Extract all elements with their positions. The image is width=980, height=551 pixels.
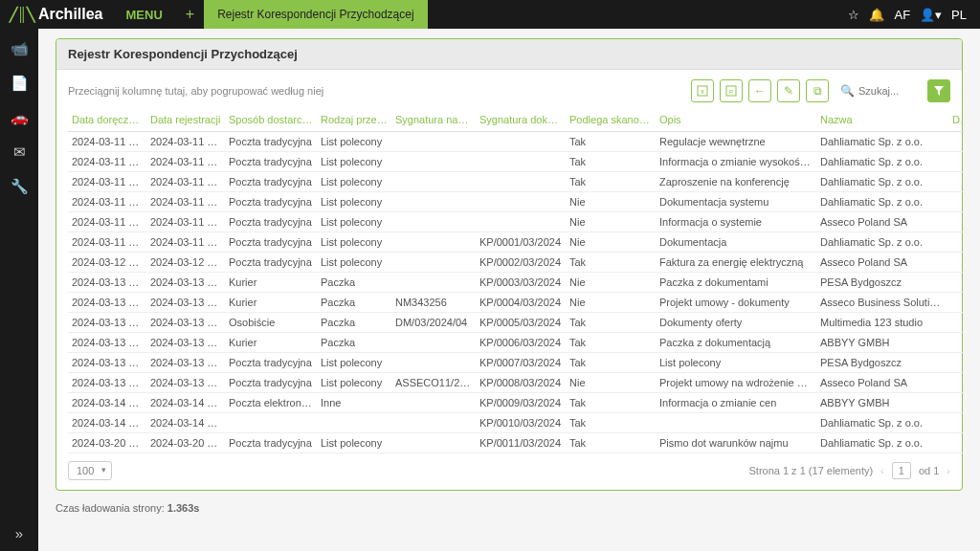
table-row[interactable]: 2024-03-11 20:442024-03-11 20:44Poczta t… (68, 172, 964, 192)
wrench-icon[interactable]: 🔧 (11, 178, 29, 195)
column-header[interactable]: Sygnatura nadawcy (391, 108, 476, 132)
table-cell: Tak (566, 413, 656, 433)
export-xls-button[interactable]: x (691, 79, 714, 102)
table-cell (476, 212, 566, 232)
copy-button[interactable]: ⧉ (806, 79, 829, 102)
table-cell: Informacja o zmianie cen (656, 393, 816, 413)
table-cell: Tak (566, 313, 656, 333)
pager-current: 1 (892, 462, 911, 479)
document-icon[interactable]: 📄 (11, 75, 29, 92)
table-cell: List polecony (317, 132, 391, 152)
menu-button[interactable]: MENU (113, 8, 176, 22)
table-cell: KP/0004/03/2024 (476, 293, 566, 313)
expand-icon[interactable]: » (15, 525, 23, 551)
mail-icon[interactable]: ✉ (13, 143, 26, 161)
table-cell (391, 333, 476, 353)
table-row[interactable]: 2024-03-11 21:322024-03-11 21:32Poczta t… (68, 212, 964, 232)
table-cell (948, 333, 964, 353)
back-button[interactable]: ← (748, 79, 771, 102)
table-cell: Poczta elektroniczna (225, 393, 317, 413)
table-cell: 2024-03-11 12:52 (146, 132, 225, 152)
table-row[interactable]: 2024-03-12 22:232024-03-12 22:23Poczta t… (68, 253, 964, 273)
car-icon[interactable]: 🚗 (11, 109, 29, 126)
user-label[interactable]: AF (894, 8, 910, 22)
column-header[interactable]: Rodzaj przesyłki (317, 108, 391, 132)
table-row[interactable]: 2024-03-14 10:422024-03-14 10:42KP/0010/… (68, 413, 964, 433)
table-cell: Asseco Poland SA (816, 212, 948, 232)
column-header[interactable]: Data rejestracji (146, 108, 225, 132)
table-row[interactable]: 2024-03-11 20:422024-03-11 20:42Poczta t… (68, 152, 964, 172)
table-row[interactable]: 2024-03-11 21:252024-03-11 21:25Poczta t… (68, 192, 964, 212)
table-cell: Tak (566, 393, 656, 413)
add-button[interactable]: + (176, 6, 204, 23)
table-cell: 2024-03-14 10:42 (68, 413, 146, 433)
page-size-select[interactable]: 100 (68, 461, 112, 480)
table-cell: Inne (317, 393, 391, 413)
table-cell: Informacja o systemie (656, 212, 816, 232)
table-cell (948, 433, 964, 453)
table-cell (948, 373, 964, 393)
search-input[interactable] (858, 85, 916, 97)
table-cell: Projekt umowy - dokumenty (656, 293, 816, 313)
table-cell (948, 353, 964, 373)
table-cell (391, 132, 476, 152)
table-row[interactable]: 2024-03-20 11:442024-03-20 11:44Poczta t… (68, 433, 964, 453)
user-icon[interactable]: 👤▾ (920, 8, 942, 22)
table-cell: KP/0003/03/2024 (476, 273, 566, 293)
column-header[interactable]: Nazwa (816, 108, 948, 132)
table-cell: Dahliamatic Sp. z o.o. (816, 232, 948, 253)
table-row[interactable]: 2024-03-11 21:432024-03-11 21:43Poczta t… (68, 232, 964, 253)
column-header[interactable]: Data doręczenia (68, 108, 146, 132)
table-row[interactable]: 2024-03-13 09:572024-03-13 09:57Osobiści… (68, 313, 964, 333)
table-cell: 2024-03-13 09:57 (68, 313, 146, 333)
table-row[interactable]: 2024-03-13 08:182024-03-13 08:18KurierPa… (68, 273, 964, 293)
table-row[interactable]: 2024-03-13 08:202024-03-13 08:20KurierPa… (68, 293, 964, 313)
table-cell: Poczta tradycyjna (225, 132, 317, 152)
table-cell: 2024-03-13 08:20 (68, 293, 146, 313)
table-cell: Dahliamatic Sp. z o.o. (816, 433, 948, 453)
column-header[interactable]: Podlega skanowaniu (566, 108, 656, 132)
logo-icon: ╱║╲ (10, 7, 34, 22)
table-cell (948, 393, 964, 413)
table-row[interactable]: 2024-03-13 10:002024-03-13 10:00KurierPa… (68, 333, 964, 353)
table-cell (391, 413, 476, 433)
table-row[interactable]: 2024-03-13 10:172024-03-13 10:17Poczta t… (68, 353, 964, 373)
table-cell: Poczta tradycyjna (225, 433, 317, 453)
brush-button[interactable]: ✎ (777, 79, 800, 102)
table-cell: Poczta tradycyjna (225, 192, 317, 212)
brand-logo[interactable]: ╱║╲ Archillea (0, 6, 113, 23)
table-cell: 2024-03-11 21:43 (146, 232, 225, 253)
lang-label[interactable]: PL (951, 8, 967, 22)
bell-icon[interactable]: 🔔 (869, 8, 884, 22)
toolbar: Przeciągnij kolumnę tutaj, aby pogrupowa… (68, 79, 950, 102)
table-cell: 2024-03-14 10:33 (68, 393, 146, 413)
active-tab[interactable]: Rejestr Korespondencji Przychodzącej (204, 0, 427, 29)
filter-button[interactable] (927, 79, 950, 102)
table-cell: Nie (566, 293, 656, 313)
pager-of: od 1 (919, 465, 939, 476)
export-pdf-button[interactable]: P (720, 79, 743, 102)
star-icon[interactable]: ☆ (848, 8, 859, 22)
table-cell: ASSECO11/2024 (391, 373, 476, 393)
column-header[interactable]: Opis (656, 108, 816, 132)
column-header[interactable]: D. (948, 108, 964, 132)
table-row[interactable]: 2024-03-13 08:002024-03-13 11:38Poczta t… (68, 373, 964, 393)
column-header[interactable]: Sygnatura dokumentu (476, 108, 566, 132)
table-cell: 2024-03-13 08:00 (68, 373, 146, 393)
table-cell: Regulacje wewnętrzne (656, 132, 816, 152)
table-cell (391, 152, 476, 172)
table-cell: 2024-03-11 20:42 (68, 152, 146, 172)
table-cell: 2024-03-11 20:42 (146, 152, 225, 172)
table-row[interactable]: 2024-03-14 10:332024-03-14 10:33Poczta e… (68, 393, 964, 413)
table-cell (948, 192, 964, 212)
pager-next[interactable]: › (947, 465, 950, 476)
pager-prev[interactable]: ‹ (880, 465, 884, 476)
table-cell: Kurier (225, 293, 317, 313)
column-header[interactable]: Sposób dostarczenia (225, 108, 317, 132)
table-cell (948, 232, 964, 253)
camera-icon[interactable]: 📹 (11, 40, 29, 57)
table-row[interactable]: 2024-03-11 12:522024-03-11 12:52Poczta t… (68, 132, 964, 152)
table-cell (391, 353, 476, 373)
table-cell: KP/0009/03/2024 (476, 393, 566, 413)
table-cell: Dahliamatic Sp. z o.o. (816, 172, 948, 192)
